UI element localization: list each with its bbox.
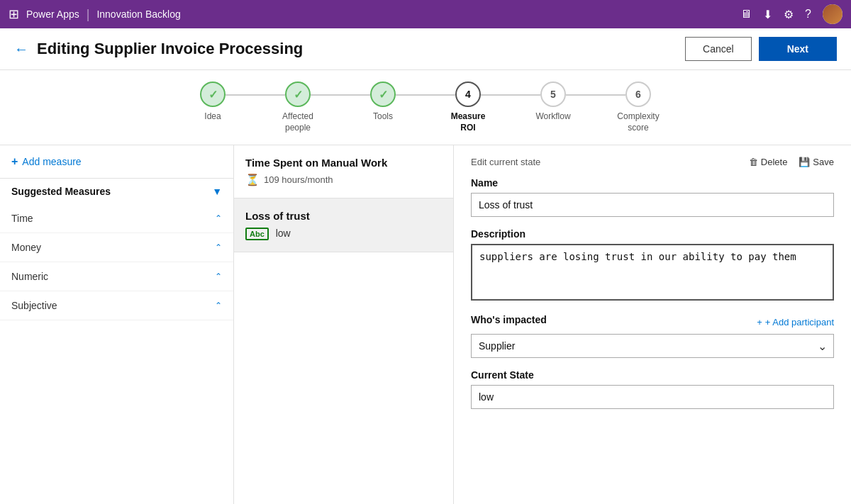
step-tools: ✓ Tools <box>340 82 425 123</box>
description-textarea[interactable]: suppliers are losing trust in our abilit… <box>471 244 834 301</box>
step-complexity-score: 6 Complexityscore <box>596 82 681 133</box>
measure-card-loss-title: Loss of trust <box>245 210 442 222</box>
back-button[interactable]: ← <box>14 41 28 57</box>
page-header: ← Editing Supplier Invoice Processing Ca… <box>0 28 851 70</box>
name-label: Name <box>471 177 834 189</box>
measure-card-time-value: 109 hours/month <box>264 174 333 185</box>
current-state-label: Current State <box>471 369 834 381</box>
measure-card-loss-sub: Abc low <box>245 228 442 240</box>
avatar[interactable] <box>823 4 842 24</box>
delete-button[interactable]: 🗑 Delete <box>749 157 788 167</box>
abc-badge: Abc <box>245 228 269 240</box>
right-panel-header: Edit current state 🗑 Delete 💾 Save <box>471 157 834 167</box>
step-measure-roi: 4 MeasureROI <box>425 82 511 133</box>
middle-panel: Time Spent on Manual Work ⏳ 109 hours/mo… <box>234 145 454 504</box>
grid-icon[interactable]: ⊞ <box>9 6 19 22</box>
measure-card-loss-value: low <box>276 228 291 239</box>
step-label-affected-people: Affectedpeople <box>282 111 313 133</box>
right-panel: Edit current state 🗑 Delete 💾 Save Name … <box>454 145 851 504</box>
stepper: ✓ Idea ✓ Affectedpeople ✓ Tools 4 Measur… <box>0 70 851 145</box>
add-participant-icon: + <box>757 317 762 327</box>
sidebar-item-time-label: Time <box>11 213 33 224</box>
sidebar-item-subjective-label: Subjective <box>11 300 57 311</box>
delete-icon: 🗑 <box>749 157 758 167</box>
whos-impacted-label: Who's impacted <box>471 314 547 325</box>
whos-impacted-field-group: Who's impacted + + Add participant Suppl… <box>471 314 834 358</box>
step-workflow: 5 Workflow <box>511 82 596 123</box>
sidebar-items: Time ⌃ Money ⌃ Numeric ⌃ Subjective ⌃ <box>0 204 233 504</box>
delete-label: Delete <box>761 157 788 167</box>
cancel-button[interactable]: Cancel <box>685 37 752 61</box>
monitor-icon[interactable]: 🖥 <box>740 8 752 21</box>
topbar-app: Power Apps <box>26 9 79 20</box>
step-circle-complexity-score: 6 <box>625 82 651 107</box>
step-circle-idea: ✓ <box>200 82 226 107</box>
measure-card-time-title: Time Spent on Manual Work <box>245 157 442 169</box>
download-icon[interactable]: ⬇ <box>763 8 772 21</box>
sidebar-item-money[interactable]: Money ⌃ <box>0 233 233 262</box>
step-label-idea: Idea <box>204 111 221 123</box>
sidebar-item-time[interactable]: Time ⌃ <box>0 204 233 233</box>
topbar-right: 🖥 ⬇ ⚙ ? <box>740 4 842 24</box>
step-label-workflow: Workflow <box>535 111 570 123</box>
name-input[interactable] <box>471 193 834 217</box>
step-label-measure-roi: MeasureROI <box>451 111 486 133</box>
add-participant-label: + Add participant <box>765 317 834 327</box>
help-icon[interactable]: ? <box>805 8 811 21</box>
measure-card-time-sub: ⏳ 109 hours/month <box>245 173 442 186</box>
current-state-input[interactable] <box>471 385 834 409</box>
save-label: Save <box>813 157 834 167</box>
step-affected-people: ✓ Affectedpeople <box>255 82 340 133</box>
sidebar-item-numeric[interactable]: Numeric ⌃ <box>0 262 233 291</box>
sidebar-item-money-label: Money <box>11 242 41 253</box>
chevron-up-icon-time: ⌃ <box>215 213 222 223</box>
page-title: Editing Supplier Invoice Processing <box>37 40 685 58</box>
filter-icon[interactable]: ▼ <box>212 186 222 197</box>
step-circle-affected-people: ✓ <box>285 82 311 107</box>
measure-card-loss-of-trust[interactable]: Loss of trust Abc low <box>234 198 453 252</box>
add-measure-plus-icon: + <box>11 155 18 168</box>
save-button[interactable]: 💾 Save <box>799 157 834 167</box>
step-circle-tools: ✓ <box>370 82 396 107</box>
main-content: + Add measure Suggested Measures ▼ Time … <box>0 145 851 504</box>
chevron-up-icon-money: ⌃ <box>215 242 222 252</box>
right-actions: 🗑 Delete 💾 Save <box>749 157 834 167</box>
chevron-up-icon-numeric: ⌃ <box>215 271 222 281</box>
sidebar-item-subjective[interactable]: Subjective ⌃ <box>0 291 233 320</box>
time-money-icon: ⏳ <box>245 173 260 186</box>
topbar: ⊞ Power Apps | Innovation Backlog 🖥 ⬇ ⚙ … <box>0 0 851 28</box>
description-field-group: Description suppliers are losing trust i… <box>471 228 834 303</box>
step-label-tools: Tools <box>373 111 393 123</box>
suggested-measures-header: Suggested Measures ▼ <box>0 179 233 204</box>
sidebar: + Add measure Suggested Measures ▼ Time … <box>0 145 234 504</box>
add-measure-label: Add measure <box>22 156 81 167</box>
who-header: Who's impacted + + Add participant <box>471 314 834 330</box>
add-measure-button[interactable]: + Add measure <box>0 145 233 179</box>
sidebar-item-numeric-label: Numeric <box>11 271 48 282</box>
step-label-complexity-score: Complexityscore <box>617 111 659 133</box>
save-icon: 💾 <box>799 157 810 167</box>
step-circle-measure-roi: 4 <box>455 82 481 107</box>
name-field-group: Name <box>471 177 834 217</box>
next-button[interactable]: Next <box>759 37 837 61</box>
edit-current-state-label: Edit current state <box>471 157 540 167</box>
step-circle-workflow: 5 <box>540 82 566 107</box>
step-idea: ✓ Idea <box>170 82 255 123</box>
participant-select-wrapper: Supplier ⌄ <box>471 334 834 358</box>
chevron-up-icon-subjective: ⌃ <box>215 301 222 310</box>
topbar-divider: | <box>87 7 90 22</box>
measure-card-time[interactable]: Time Spent on Manual Work ⏳ 109 hours/mo… <box>234 145 453 198</box>
add-participant-button[interactable]: + + Add participant <box>757 317 834 327</box>
settings-icon[interactable]: ⚙ <box>784 8 794 21</box>
topbar-title: Innovation Backlog <box>96 9 180 20</box>
description-label: Description <box>471 228 834 240</box>
suggested-measures-title: Suggested Measures <box>11 186 111 197</box>
participant-select[interactable]: Supplier <box>471 334 834 358</box>
header-actions: Cancel Next <box>685 37 837 61</box>
current-state-field-group: Current State <box>471 369 834 409</box>
